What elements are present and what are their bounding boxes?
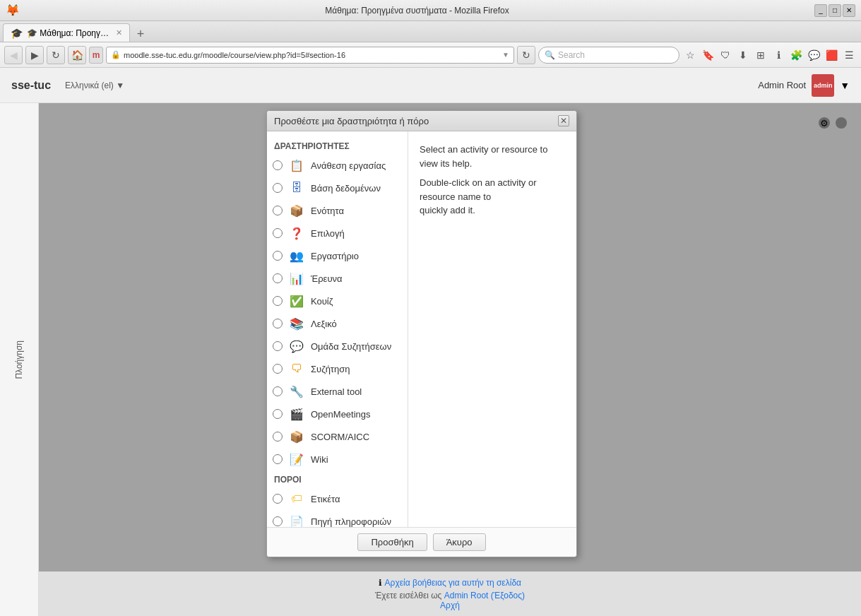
- add-button[interactable]: Προσθήκη: [357, 533, 427, 551]
- reload-button[interactable]: ↻: [47, 46, 65, 64]
- title-bar: 🦊 Μάθημα: Προηγμένα συστήματα - Mozilla …: [0, 0, 861, 21]
- radio-etiketa[interactable]: [273, 494, 283, 504]
- modal-overlay: Προσθέστε μια δραστηριότητα ή πόρο ✕ ΔΡΑ…: [39, 103, 861, 616]
- list-item-ergastirio[interactable]: 👥 Εργαστήριο: [267, 244, 408, 267]
- avatar-text: admin: [814, 82, 833, 89]
- page-footer: ℹ Αρχεία βοήθειας για αυτήν τη σελίδα Έχ…: [39, 571, 861, 616]
- lang-selector[interactable]: Ελληνικά (el) ▼: [65, 81, 124, 90]
- lock-icon: 🔒: [111, 50, 121, 59]
- list-item-vasi[interactable]: 🗄 Βάση δεδομένων: [267, 177, 408, 199]
- firefox-icon: 🦊: [6, 4, 20, 17]
- list-item-erevna[interactable]: 📊 Έρευνα: [267, 267, 408, 290]
- url-dropdown-icon[interactable]: ▼: [502, 51, 509, 59]
- close-window-button[interactable]: ✕: [843, 4, 855, 17]
- help-link[interactable]: Αρχεία βοήθειας για αυτήν τη σελίδα: [385, 578, 521, 588]
- minimize-button[interactable]: _: [814, 4, 827, 17]
- list-item-pigi[interactable]: 📄 Πηγή πληροφοριών: [267, 510, 408, 527]
- radio-syzhthsh[interactable]: [273, 364, 283, 374]
- icon-etiketa: 🏷: [288, 490, 305, 507]
- modal-footer: Προσθήκη Άκυρο: [267, 527, 576, 557]
- search-icon: 🔍: [545, 50, 555, 60]
- back-button[interactable]: ◀: [4, 46, 23, 64]
- footer-logged-in: Έχετε εισέλθει ως Admin Root (Έξοδος): [44, 591, 855, 600]
- label-omada: Ομάδα Συζητήσεων: [311, 341, 391, 352]
- radio-openmeetings[interactable]: [273, 409, 283, 419]
- list-item-enotita[interactable]: 📦 Ενότητα: [267, 199, 408, 222]
- modal-body: ΔΡΑΣΤΗΡΙΟΤΗΤΕΣ 📋 Ανάθεση εργασίας 🗄: [267, 131, 576, 527]
- label-openmeetings: OpenMeetings: [311, 409, 371, 420]
- list-item-lexiko[interactable]: 📚 Λεξικό: [267, 312, 408, 335]
- home-link[interactable]: Αρχή: [440, 600, 460, 610]
- modal-description-panel: Select an activity or resource to view i…: [408, 131, 576, 527]
- browser-title: Μάθημα: Προηγμένα συστήματα - Mozilla Fi…: [20, 6, 814, 16]
- site-logo[interactable]: sse-tuc: [11, 79, 51, 92]
- list-item-openmeetings[interactable]: 🎬 OpenMeetings: [267, 403, 408, 425]
- browser-controls: 🦊: [6, 4, 20, 17]
- forward-button[interactable]: ▶: [25, 46, 44, 64]
- radio-ergastirio[interactable]: [273, 251, 283, 261]
- list-item-wiki[interactable]: 📝 Wiki: [267, 448, 408, 470]
- chat-icon[interactable]: 💬: [806, 47, 821, 63]
- url-bar[interactable]: 🔒 moodle.sse-tuc.edu.gr/moodle/course/vi…: [106, 47, 514, 64]
- icon-ergastirio: 👥: [288, 247, 305, 264]
- radio-lexiko[interactable]: [273, 319, 283, 328]
- download-icon[interactable]: ⬇: [735, 47, 751, 63]
- home-button[interactable]: 🏠: [68, 46, 86, 64]
- list-item-syzhthsh[interactable]: 🗨 Συζήτηση: [267, 357, 408, 380]
- radio-epilogi[interactable]: [273, 228, 283, 238]
- user-logout-link[interactable]: Admin Root (Έξοδος): [444, 591, 525, 600]
- radio-external[interactable]: [273, 386, 283, 396]
- icon-epilogi: ❓: [288, 225, 305, 242]
- icon-kouiz: ✅: [288, 292, 305, 309]
- bookmark-icon[interactable]: 🔖: [700, 47, 715, 63]
- sidebar: Πλοήγηση: [0, 103, 39, 616]
- window-buttons[interactable]: _ □ ✕: [814, 4, 855, 17]
- menu-icon[interactable]: ☰: [841, 47, 857, 63]
- list-item-external[interactable]: 🔧 External tool: [267, 380, 408, 403]
- label-ergastirio: Εργαστήριο: [311, 251, 359, 261]
- app-icon[interactable]: ⊞: [753, 47, 768, 63]
- footer-home-row: Αρχή: [44, 600, 855, 610]
- addon-icon[interactable]: 🧩: [788, 47, 804, 63]
- info-icon[interactable]: ℹ: [771, 47, 786, 63]
- label-syzhthsh: Συζήτηση: [311, 364, 350, 374]
- radio-wiki[interactable]: [273, 454, 283, 464]
- label-wiki: Wiki: [311, 454, 328, 465]
- maximize-button[interactable]: □: [829, 4, 841, 17]
- list-item-kouiz[interactable]: ✅ Κουίζ: [267, 290, 408, 312]
- radio-anathesei[interactable]: [273, 160, 283, 170]
- label-enotita: Ενότητα: [311, 206, 344, 216]
- user-dropdown-icon[interactable]: ▼: [840, 80, 850, 91]
- list-item-anathesei[interactable]: 📋 Ανάθεση εργασίας: [267, 154, 408, 177]
- radio-vasi[interactable]: [273, 183, 283, 193]
- cancel-button[interactable]: Άκυρο: [433, 533, 486, 551]
- radio-scorm[interactable]: [273, 432, 283, 442]
- icon-enotita: 📦: [288, 202, 305, 219]
- radio-erevna[interactable]: [273, 273, 283, 283]
- description-line3: quickly add it.: [420, 203, 565, 218]
- new-tab-button[interactable]: +: [133, 26, 148, 42]
- radio-omada[interactable]: [273, 341, 283, 351]
- modal-close-button[interactable]: ✕: [558, 115, 569, 126]
- tab-close-button[interactable]: ✕: [116, 28, 122, 37]
- search-bar[interactable]: 🔍 Search: [538, 47, 679, 64]
- modal-list-panel: ΔΡΑΣΤΗΡΙΟΤΗΤΕΣ 📋 Ανάθεση εργασίας 🗄: [267, 131, 408, 527]
- list-item-etiketa[interactable]: 🏷 Ετικέτα: [267, 487, 408, 510]
- radio-enotita[interactable]: [273, 206, 283, 215]
- radio-pigi[interactable]: [273, 516, 283, 526]
- star-icon[interactable]: ☆: [682, 47, 698, 63]
- nesso-icon[interactable]: 🟥: [824, 47, 839, 63]
- list-item-scorm[interactable]: 📦 SCORM/AICC: [267, 425, 408, 448]
- refresh-button[interactable]: ↻: [517, 46, 535, 64]
- icon-syzhthsh: 🗨: [288, 360, 305, 377]
- shield-icon[interactable]: 🛡: [718, 47, 733, 63]
- sidebar-label: Πλοήγηση: [14, 340, 24, 379]
- active-tab[interactable]: 🎓 🎓 Μάθημα: Προηγμένα σ... ✕: [3, 23, 130, 42]
- user-avatar: admin: [812, 74, 834, 97]
- icon-scorm: 📦: [288, 428, 305, 445]
- info-icon-footer: ℹ: [379, 578, 382, 588]
- label-etiketa: Ετικέτα: [311, 494, 340, 504]
- list-item-epilogi[interactable]: ❓ Επιλογή: [267, 222, 408, 244]
- list-item-omada[interactable]: 💬 Ομάδα Συζητήσεων: [267, 335, 408, 357]
- radio-kouiz[interactable]: [273, 296, 283, 306]
